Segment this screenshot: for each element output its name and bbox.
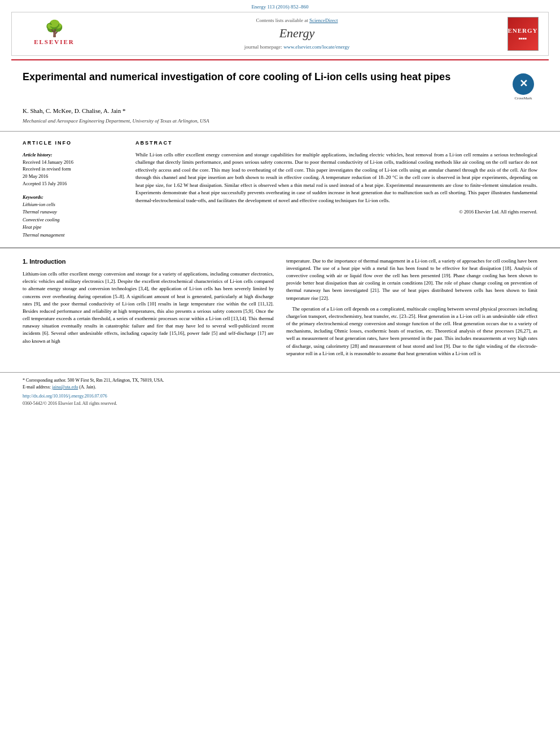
doi-link[interactable]: http://dx.doi.org/10.1016/j.energy.2016.… xyxy=(23,393,107,399)
intro-body-text-right: temperature. Due to the importance of th… xyxy=(286,257,537,357)
journal-name: Energy xyxy=(91,25,503,42)
journal-header-center: Contents lists available at ScienceDirec… xyxy=(91,17,503,51)
science-direct-link[interactable]: ScienceDirect xyxy=(309,18,338,23)
body-right-column: temperature. Due to the importance of th… xyxy=(286,257,537,361)
abstract-header: ABSTRACT xyxy=(135,139,537,147)
email-footnote: E-mail address: jaina@uta.edu (A. Jain). xyxy=(23,384,537,391)
keywords-list: Lithium-ion cells Thermal runaway Convec… xyxy=(23,201,124,239)
journal-reference: Energy 113 (2016) 852–860 xyxy=(0,0,560,12)
keyword-5: Thermal management xyxy=(23,231,124,239)
intro-body-text-left: Lithium-ion cells offer excellent energy… xyxy=(23,270,274,345)
footer-links: http://dx.doi.org/10.1016/j.energy.2016.… xyxy=(23,393,537,399)
elsevier-logo-area: 🌳 ELSEVIER xyxy=(18,21,91,46)
article-info-abstract-section: ARTICLE INFO Article history: Received 1… xyxy=(0,131,560,244)
author-email-link[interactable]: jaina@uta.edu xyxy=(52,385,78,390)
energy-badge: ENERGY ■■■■ xyxy=(508,17,539,51)
article-history: Article history: Received 14 January 201… xyxy=(23,151,124,187)
journal-homepage: journal homepage: www.elsevier.com/locat… xyxy=(91,43,503,51)
affiliation: Mechanical and Aerospace Engineering Dep… xyxy=(23,117,537,125)
footer-copyright: 0360-5442/© 2016 Elsevier Ltd. All right… xyxy=(23,400,537,407)
article-title: Experimental and numerical investigation… xyxy=(23,71,498,84)
main-content: 1. Introduction Lithium-ion cells offer … xyxy=(0,247,560,366)
keyword-2: Thermal runaway xyxy=(23,208,124,216)
keyword-1: Lithium-ion cells xyxy=(23,201,124,209)
intro-section-title: 1. Introduction xyxy=(23,257,274,266)
crossmark-badge: ✕ CrossMark xyxy=(509,73,537,102)
science-direct-label: Contents lists available at ScienceDirec… xyxy=(91,17,503,24)
journal-ref-text: Energy 113 (2016) 852–860 xyxy=(251,4,308,10)
article-info-header: ARTICLE INFO xyxy=(23,139,124,147)
authors-section: K. Shah, C. McKee, D. Chalise, A. Jain *… xyxy=(0,107,560,126)
article-info-column: ARTICLE INFO Article history: Received 1… xyxy=(23,139,124,239)
elsevier-tree-icon: 🌳 xyxy=(45,21,64,37)
keyword-4: Heat pipe xyxy=(23,224,124,231)
two-col-body: 1. Introduction Lithium-ion cells offer … xyxy=(23,257,537,361)
copyright-line: © 2016 Elsevier Ltd. All rights reserved… xyxy=(135,209,537,216)
crossmark-label: CrossMark xyxy=(514,96,532,102)
elsevier-label: ELSEVIER xyxy=(34,38,75,46)
keyword-3: Convective cooling xyxy=(23,216,124,224)
energy-badge-area: ENERGY ■■■■ xyxy=(503,17,542,51)
journal-header-bar: 🌳 ELSEVIER Contents lists available at S… xyxy=(11,12,549,56)
authors: K. Shah, C. McKee, D. Chalise, A. Jain * xyxy=(23,107,537,115)
footer-section: * Corresponding author. 500 W First St, … xyxy=(0,372,560,411)
keywords-label: Keywords: xyxy=(23,194,124,201)
abstract-text: While Li-ion cells offer excellent energ… xyxy=(135,151,537,205)
keywords-section: Keywords: Lithium-ion cells Thermal runa… xyxy=(23,194,124,239)
homepage-link[interactable]: www.elsevier.com/locate/energy xyxy=(283,44,349,50)
article-title-section: Experimental and numerical investigation… xyxy=(0,60,560,107)
page: Energy 113 (2016) 852–860 🌳 ELSEVIER Con… xyxy=(0,0,560,747)
crossmark-icon: ✕ xyxy=(513,73,534,95)
footnote: * Corresponding author. 500 W First St, … xyxy=(23,377,537,384)
body-left-column: 1. Introduction Lithium-ion cells offer … xyxy=(23,257,274,361)
abstract-column: ABSTRACT While Li-ion cells offer excell… xyxy=(135,139,537,239)
